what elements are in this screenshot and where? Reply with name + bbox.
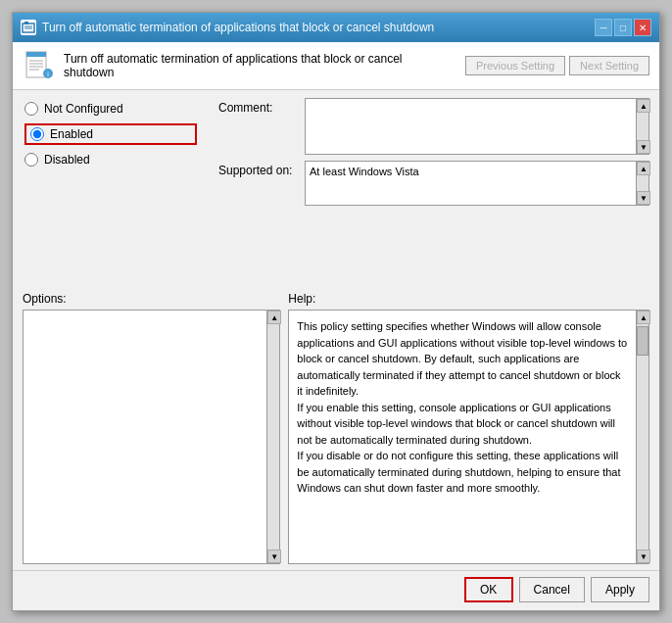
- not-configured-label: Not Configured: [44, 102, 123, 116]
- options-scroll-container: ▲ ▼: [23, 310, 280, 564]
- title-bar-left: Turn off automatic termination of applic…: [21, 20, 434, 35]
- comment-row: Comment: ▲ ▼: [218, 98, 649, 155]
- supported-scroll-up[interactable]: ▲: [637, 162, 650, 175]
- disabled-radio[interactable]: [24, 153, 38, 167]
- help-scroll-container: This policy setting specifies whether Wi…: [288, 310, 649, 564]
- ok-button[interactable]: OK: [464, 577, 513, 602]
- header-section: i Turn off automatic termination of appl…: [13, 42, 659, 90]
- minimize-button[interactable]: ─: [595, 19, 612, 36]
- options-scroll-down[interactable]: ▼: [267, 550, 281, 563]
- bottom-section: Options: ▲ ▼ Help: This policy setting s…: [13, 286, 659, 570]
- not-configured-option[interactable]: Not Configured: [24, 102, 197, 116]
- right-panel: Comment: ▲ ▼ Supported on: At least Wind…: [209, 90, 659, 286]
- supported-value: At least Windows Vista: [310, 166, 419, 177]
- not-configured-radio[interactable]: [24, 102, 38, 116]
- supported-label: Supported on:: [218, 161, 297, 177]
- title-bar-controls: ─ □ ✕: [595, 19, 651, 36]
- maximize-button[interactable]: □: [614, 19, 632, 36]
- options-scrollbar: ▲ ▼: [266, 310, 280, 564]
- enabled-option[interactable]: Enabled: [24, 123, 197, 145]
- options-label: Options:: [23, 292, 280, 306]
- disabled-label: Disabled: [44, 153, 90, 167]
- comment-scrollbar: ▲ ▼: [636, 98, 649, 155]
- bottom-buttons: OK Cancel Apply: [13, 570, 659, 610]
- help-scroll-up[interactable]: ▲: [637, 311, 650, 324]
- help-scroll-thumb: [637, 326, 648, 356]
- comment-scroll-up[interactable]: ▲: [637, 99, 650, 113]
- enabled-radio[interactable]: [30, 127, 44, 141]
- disabled-option[interactable]: Disabled: [24, 153, 197, 167]
- apply-button[interactable]: Apply: [591, 577, 649, 602]
- main-content: Not Configured Enabled Disabled Comment:…: [13, 90, 659, 286]
- enabled-label: Enabled: [50, 127, 93, 141]
- next-setting-button[interactable]: Next Setting: [569, 56, 649, 75]
- help-scrollbar: ▲ ▼: [636, 310, 649, 564]
- svg-rect-5: [26, 52, 46, 57]
- comment-scroll-container: ▲ ▼: [305, 98, 649, 155]
- comment-scroll-down[interactable]: ▼: [637, 140, 650, 154]
- options-scroll-up[interactable]: ▲: [267, 311, 281, 324]
- supported-row: Supported on: At least Windows Vista ▲ ▼: [218, 161, 649, 206]
- cancel-button[interactable]: Cancel: [519, 577, 585, 602]
- help-label: Help:: [288, 292, 649, 306]
- supported-scroll-track: [637, 175, 648, 191]
- close-button[interactable]: ✕: [634, 19, 651, 36]
- options-content: [23, 310, 266, 564]
- window-icon: [21, 20, 36, 35]
- header-buttons: Previous Setting Next Setting: [465, 56, 649, 75]
- help-content: This policy setting specifies whether Wi…: [288, 310, 636, 564]
- comment-textarea[interactable]: [305, 98, 636, 155]
- help-paragraph-3: If you disable or do not configure this …: [297, 448, 628, 497]
- help-paragraph-2: If you enable this setting, console appl…: [297, 400, 628, 449]
- help-section: Help: This policy setting specifies whet…: [288, 292, 649, 564]
- options-section: Options: ▲ ▼: [23, 292, 280, 564]
- title-text: Turn off automatic termination of applic…: [42, 21, 434, 34]
- supported-scrollbar: ▲ ▼: [636, 161, 649, 206]
- comment-label: Comment:: [218, 98, 297, 115]
- header-title: Turn off automatic termination of applic…: [64, 52, 456, 79]
- previous-setting-button[interactable]: Previous Setting: [465, 56, 565, 75]
- supported-scroll-down[interactable]: ▼: [637, 191, 650, 205]
- title-bar: Turn off automatic termination of applic…: [13, 13, 659, 42]
- svg-rect-1: [24, 22, 28, 24]
- options-scroll-track: [267, 324, 279, 550]
- comment-scroll-track: [637, 113, 648, 140]
- supported-scroll-container: At least Windows Vista ▲ ▼: [305, 161, 649, 206]
- help-paragraph-1: This policy setting specifies whether Wi…: [297, 318, 628, 400]
- help-scroll-track: [637, 324, 648, 550]
- supported-content: At least Windows Vista: [305, 161, 636, 206]
- dialog-window: Turn off automatic termination of applic…: [12, 12, 660, 611]
- help-scroll-down[interactable]: ▼: [637, 550, 650, 563]
- left-panel: Not Configured Enabled Disabled: [13, 90, 209, 286]
- policy-icon: i: [23, 50, 54, 81]
